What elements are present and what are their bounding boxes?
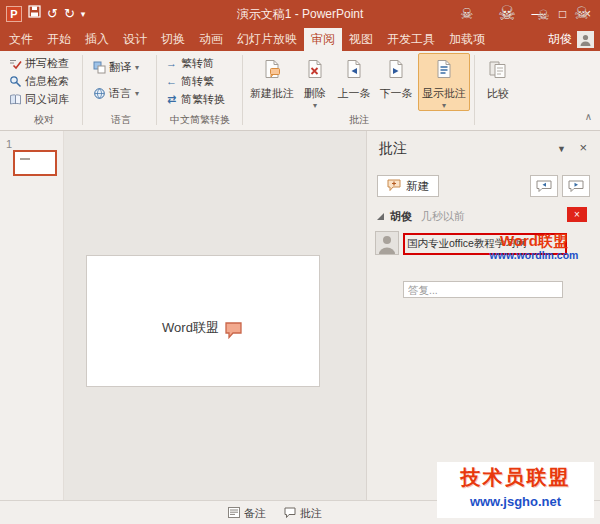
spell-check-label: 拼写检查 (25, 56, 69, 71)
new-comment-icon (262, 59, 282, 82)
chevron-down-icon: ▾ (442, 101, 446, 110)
language-button[interactable]: 语言 ▾ (90, 80, 142, 106)
spell-check-button[interactable]: 拼写检查 (6, 54, 72, 72)
delete-comment-button[interactable]: × (567, 207, 587, 222)
group-separator (242, 55, 243, 125)
chevron-down-icon: ▾ (313, 101, 317, 110)
simplified-traditional-convert-button[interactable]: ⇄ 简繁转换 (162, 90, 228, 108)
thumbnail-content-hint (20, 158, 30, 160)
tab-review[interactable]: 审阅 (304, 28, 342, 51)
delete-icon (305, 59, 325, 82)
ribbon: 拼写检查 信息检索 同义词库 翻译 (0, 51, 600, 131)
show-comments-label: 显示批注 (422, 86, 466, 101)
window-title: 演示文稿1 - PowerPoint (0, 0, 600, 28)
new-comment-button[interactable]: 新建批注 (248, 53, 296, 111)
delete-label: 删除 (304, 86, 326, 101)
new-comment-bubble-icon (387, 179, 401, 194)
group-separator (156, 55, 157, 125)
reply-input[interactable] (403, 281, 563, 298)
comments-toggle-label: 批注 (300, 506, 322, 521)
translate-label: 翻译 (109, 60, 131, 75)
slide[interactable]: Word联盟 (86, 255, 320, 387)
title-bar: P ↺ ↻ ▾ 演示文稿1 - PowerPoint — □ × ☠ ☠ ☠ ☠ (0, 0, 600, 28)
group-chinese-conversion: → 繁转简 ← 简转繁 ⇄ 简繁转换 (162, 54, 228, 108)
research-icon (9, 75, 22, 88)
comment-header[interactable]: 胡俊 几秒以前 (377, 209, 465, 224)
account-area[interactable]: 胡俊 (548, 28, 600, 51)
collapse-ribbon-icon[interactable]: ∧ (585, 111, 592, 122)
compare-button[interactable]: 比较 (478, 53, 518, 111)
tab-design[interactable]: 设计 (116, 28, 154, 51)
comment-expand-icon[interactable] (377, 213, 384, 220)
compare-label: 比较 (487, 86, 509, 101)
close-button[interactable]: × (575, 0, 600, 28)
notes-toggle-button[interactable]: 备注 (228, 506, 266, 521)
new-comment-label: 新建批注 (250, 86, 294, 101)
delete-button[interactable]: 删除 ▾ (298, 53, 332, 111)
tab-addins[interactable]: 加载项 (442, 28, 492, 51)
thesaurus-icon (9, 93, 22, 106)
chevron-down-icon: ▾ (135, 63, 139, 72)
panel-new-comment-label: 新建 (406, 179, 429, 194)
trad-to-simp-label: 繁转简 (181, 56, 214, 71)
panel-options-icon[interactable]: ▼ (557, 144, 566, 154)
save-icon[interactable] (28, 0, 41, 28)
tab-insert[interactable]: 插入 (78, 28, 116, 51)
research-label: 信息检索 (25, 74, 69, 89)
redo-icon[interactable]: ↻ (64, 0, 75, 28)
user-name: 胡俊 (548, 31, 572, 48)
comments-panel: 批注 ▼ × 新建 胡俊 几秒以前 × 国内专业office教程学习网 (366, 131, 600, 500)
status-bar-items: 备注 批注 (228, 501, 322, 524)
group-separator (82, 55, 83, 125)
comment-annotation-box: 国内专业office教程学习网 (403, 233, 567, 255)
slide-thumbnail-pane: 1 (0, 131, 64, 500)
translate-icon (93, 61, 106, 74)
group-comments: 新建批注 删除 ▾ 上一条 下一条 (248, 53, 472, 111)
group-language: 翻译 ▾ 语言 ▾ (90, 54, 142, 106)
compare-icon (488, 59, 508, 82)
group-label-proofing: 校对 (6, 113, 82, 127)
group-label-language: 语言 (90, 113, 152, 127)
customize-qat-icon[interactable]: ▾ (81, 0, 86, 28)
tab-animations[interactable]: 动画 (192, 28, 230, 51)
group-compare: 比较 (478, 53, 520, 111)
notes-icon (228, 507, 240, 520)
tab-view[interactable]: 视图 (342, 28, 380, 51)
maximize-button[interactable]: □ (550, 0, 575, 28)
powerpoint-logo-icon[interactable]: P (6, 6, 22, 22)
user-avatar-icon[interactable] (577, 31, 594, 48)
comments-toggle-button[interactable]: 批注 (284, 506, 322, 521)
minimize-button[interactable]: — (525, 0, 550, 28)
panel-close-icon[interactable]: × (579, 140, 587, 155)
jsgho-watermark: 技术员联盟 www.jsgho.net (437, 462, 594, 518)
undo-icon[interactable]: ↺ (47, 0, 58, 28)
panel-new-comment-button[interactable]: 新建 (377, 175, 439, 197)
slide-thumbnail[interactable] (13, 150, 57, 176)
translate-button[interactable]: 翻译 ▾ (90, 54, 142, 80)
simp-to-trad-label: 简转繁 (181, 74, 214, 89)
convert-icon: ⇄ (165, 93, 178, 106)
simplified-to-traditional-button[interactable]: ← 简转繁 (162, 72, 228, 90)
thesaurus-button[interactable]: 同义词库 (6, 90, 72, 108)
slide-text[interactable]: Word联盟 (162, 319, 219, 337)
show-comments-button[interactable]: 显示批注 ▾ (418, 53, 470, 111)
panel-previous-comment-button[interactable] (530, 175, 558, 197)
comment-author-avatar (375, 231, 399, 255)
comments-panel-title: 批注 (379, 140, 407, 158)
show-comments-icon (434, 59, 454, 82)
tab-file[interactable]: 文件 (2, 28, 40, 51)
slide-editing-area: Word联盟 (64, 131, 366, 500)
tab-developer[interactable]: 开发工具 (380, 28, 442, 51)
thesaurus-label: 同义词库 (25, 92, 69, 107)
previous-comment-button[interactable]: 上一条 (334, 53, 374, 111)
traditional-to-simplified-button[interactable]: → 繁转简 (162, 54, 228, 72)
tab-home[interactable]: 开始 (40, 28, 78, 51)
tab-slideshow[interactable]: 幻灯片放映 (230, 28, 304, 51)
next-comment-button[interactable]: 下一条 (376, 53, 416, 111)
comment-timestamp: 几秒以前 (421, 209, 465, 224)
tab-transitions[interactable]: 切换 (154, 28, 192, 51)
research-button[interactable]: 信息检索 (6, 72, 72, 90)
slide-content: Word联盟 (162, 318, 244, 339)
comment-bubble-icon[interactable] (224, 321, 244, 342)
panel-next-comment-button[interactable] (562, 175, 590, 197)
